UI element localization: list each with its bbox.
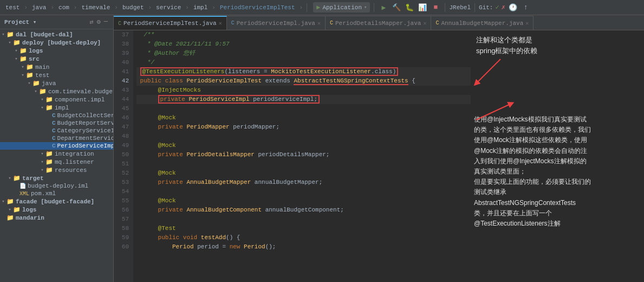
java-file-icon: C bbox=[52, 143, 56, 149]
tree-item-impl[interactable]: ▾📁impl bbox=[0, 104, 113, 112]
code-line: /** bbox=[136, 30, 471, 40]
folder-icon: 📁 bbox=[19, 47, 27, 54]
debug-button[interactable]: 🐛 bbox=[404, 2, 415, 13]
tab-label: PeriodServiceImplTest.java bbox=[123, 20, 217, 27]
tab-2[interactable]: C PeriodDetailsMapper.java ✕ bbox=[326, 16, 431, 30]
coverage-button[interactable]: 📊 bbox=[417, 2, 428, 13]
tree-item-test[interactable]: ▾📁test bbox=[0, 71, 113, 79]
tab-close[interactable]: ✕ bbox=[525, 20, 529, 27]
folder-icon: 📁 bbox=[39, 88, 47, 95]
run-config-selector[interactable]: ▶ Application ▾ bbox=[313, 2, 370, 12]
iml-file-icon: 📄 bbox=[19, 183, 26, 189]
tab-close[interactable]: ✕ bbox=[423, 20, 426, 27]
git-push-icon[interactable]: ↑ bbox=[521, 2, 531, 13]
tab-close[interactable]: ✕ bbox=[317, 20, 321, 27]
folder-icon: 📁 bbox=[32, 80, 40, 87]
tree-item-target[interactable]: ▾📁target bbox=[0, 174, 113, 182]
tree-item-periodserviceimpltes[interactable]: CPeriodServiceImplTest bbox=[0, 142, 113, 150]
sidebar-minimize-icon[interactable]: — bbox=[103, 17, 109, 27]
chevron-down-icon: ▾ bbox=[364, 4, 367, 10]
folder-icon: 📁 bbox=[45, 96, 53, 103]
tree-item-budgetcollectservice[interactable]: CBudgetCollectServiceImplTe... bbox=[0, 112, 113, 119]
tree-item-pom.xml[interactable]: XMLpom.xml bbox=[0, 190, 113, 197]
stop-button[interactable]: ■ bbox=[430, 2, 441, 13]
tree-label: mandarin bbox=[16, 215, 44, 221]
breadcrumb-budget[interactable]: budget bbox=[120, 3, 146, 12]
breadcrumb-test[interactable]: test bbox=[3, 3, 22, 12]
tree-item-logs[interactable]: ▾📁logs bbox=[0, 206, 113, 214]
tab-1[interactable]: C PeriodServiceImpl.java ✕ bbox=[227, 16, 326, 30]
annotation-1: 注解和这个类都是spring框架中的依赖 bbox=[476, 35, 641, 56]
tab-0[interactable]: C PeriodServiceImplTest.java ✕ bbox=[114, 16, 227, 30]
tree-item-com.timevale.budget.[interactable]: ▾📁com.timevale.budget.service bbox=[0, 87, 113, 95]
build-button[interactable]: 🔨 bbox=[391, 2, 402, 13]
run-button[interactable]: ▶ bbox=[378, 2, 389, 13]
code-line: public void testAdd() {▶ bbox=[136, 233, 471, 242]
code-content[interactable]: /** * @Date 2021/11/11 9:57 * @Author 您钎… bbox=[133, 30, 471, 282]
tree-label: deploy [budget-deploy] bbox=[22, 40, 101, 46]
sidebar-sync-icon[interactable]: ⇄ bbox=[88, 17, 94, 27]
breadcrumb-com[interactable]: com bbox=[56, 3, 71, 12]
tree-arrow: ▾ bbox=[26, 80, 32, 86]
breadcrumb-service[interactable]: service bbox=[154, 3, 183, 12]
line-number: 51 bbox=[114, 159, 131, 169]
tree-item-budgetreportservicei[interactable]: CBudgetReportServiceImplTe... bbox=[0, 119, 113, 127]
tree-item-mandarin[interactable]: 📁mandarin bbox=[0, 214, 113, 222]
tree-item-logs[interactable]: ▾📁logs bbox=[0, 47, 113, 55]
tree-item-deploy[budget-deploy[interactable]: ▾📁deploy [budget-deploy] bbox=[0, 39, 113, 47]
folder-icon: 📁 bbox=[13, 206, 21, 213]
code-line: @Mock bbox=[136, 141, 471, 150]
sidebar-title: Project ▾ bbox=[4, 18, 36, 25]
breadcrumb-timevale[interactable]: timevale bbox=[79, 3, 112, 12]
code-line: @Test bbox=[136, 224, 471, 233]
line-number: 50 bbox=[114, 150, 131, 159]
code-editor[interactable]: 3738394041424344454647484950515253545556… bbox=[114, 30, 471, 282]
tab-icon: C bbox=[435, 20, 439, 26]
folder-icon: 📁 bbox=[13, 39, 21, 46]
sidebar-header: Project ▾ ⇄ ⚙ — bbox=[0, 15, 113, 29]
tree-label: integration bbox=[55, 151, 94, 157]
line-number: 41 bbox=[114, 67, 131, 76]
tab-icon: C bbox=[231, 20, 235, 26]
git-check-icon[interactable]: ✓ bbox=[495, 3, 499, 11]
tree-item-facade[budget-facade[interactable]: ▾📁facade [budget-facade] bbox=[0, 197, 113, 206]
line-number: 39 bbox=[114, 49, 131, 58]
tree-item-resources[interactable]: ▾📁resources bbox=[0, 166, 113, 174]
git-history-icon[interactable]: 🕐 bbox=[508, 2, 518, 13]
line-number: 58 bbox=[114, 224, 131, 233]
line-number: 38 bbox=[114, 40, 131, 49]
tree-item-categoryserviceimplt[interactable]: CCategoryServiceImplTest bbox=[0, 127, 113, 134]
tree-item-src[interactable]: ▾📁src bbox=[0, 55, 113, 63]
folder-icon: 📁 bbox=[45, 150, 53, 157]
breadcrumb-file[interactable]: PeriodServiceImplTest bbox=[218, 3, 297, 12]
tree-arrow: ▾ bbox=[6, 175, 13, 181]
line-number: 42 bbox=[114, 76, 131, 86]
tree-item-budget-deploy.iml[interactable]: 📄budget-deploy.iml bbox=[0, 182, 113, 190]
line-number: 60 bbox=[114, 242, 131, 252]
line-number: 45 bbox=[114, 104, 131, 113]
tree-item-integration[interactable]: ▾📁integration bbox=[0, 150, 113, 158]
breadcrumb-java[interactable]: java bbox=[30, 3, 48, 12]
tree-arrow: ▾ bbox=[39, 151, 45, 157]
code-line: * @Date 2021/11/11 9:57 bbox=[136, 40, 471, 49]
tab-3[interactable]: C AnnualBudgetMapper.java ✕ bbox=[431, 16, 534, 30]
tree-arrow: ▾ bbox=[13, 48, 19, 54]
tree-item-java[interactable]: ▾📁java bbox=[0, 79, 113, 87]
tree-arrow: ▾ bbox=[6, 40, 13, 46]
git-x-icon[interactable]: ✗ bbox=[502, 3, 505, 11]
tree-label: CategoryServiceImplTest bbox=[57, 127, 113, 134]
run-config-icon: ▶ bbox=[316, 3, 320, 11]
folder-icon: 📁 bbox=[45, 158, 53, 165]
tree-item-component.impl[interactable]: ▾📁component.impl bbox=[0, 95, 113, 104]
tree-label: src bbox=[29, 56, 40, 62]
breadcrumb-impl[interactable]: impl bbox=[191, 3, 210, 12]
sidebar-gear-icon[interactable]: ⚙ bbox=[96, 17, 102, 27]
tab-label: PeriodServiceImpl.java bbox=[237, 20, 315, 27]
tree-item-departmentserviceimp[interactable]: CDepartmentServiceImplTest bbox=[0, 134, 113, 142]
tab-close[interactable]: ✕ bbox=[219, 20, 222, 27]
tree-label: PeriodServiceImplTest bbox=[57, 143, 113, 149]
tree-item-main[interactable]: ▾📁main bbox=[0, 63, 113, 71]
tree-item-dal[budget-dal][interactable]: ▾📁dal [budget-dal] bbox=[0, 30, 113, 39]
folder-icon: 📁 bbox=[45, 166, 53, 174]
tree-item-mq.listener[interactable]: ▾📁mq.listener bbox=[0, 158, 113, 166]
